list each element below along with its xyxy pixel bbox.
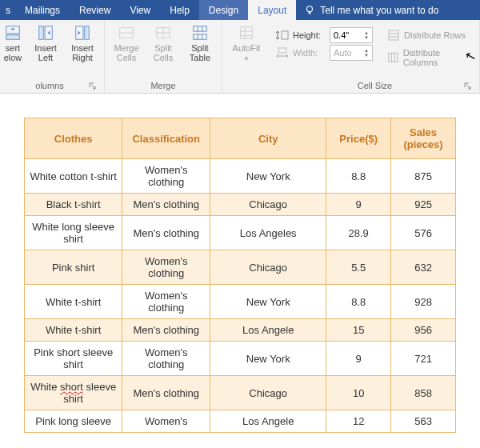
table-cell[interactable]: 858 [391,376,456,410]
table-cell[interactable]: 5.5 [326,250,391,285]
height-label: Height: [293,30,326,40]
table-cell[interactable]: 925 [391,194,456,216]
tab-design[interactable]: Design [199,0,248,20]
table-cell[interactable]: Chicago [210,250,326,285]
table-cell[interactable]: 9 [326,342,391,376]
insert-right-icon [74,24,91,42]
table-cell[interactable]: 576 [391,216,456,250]
ribbon-tabs: s Mailings Review View Help Design Layou… [0,0,480,20]
table-cell[interactable]: New York [210,342,326,376]
tab-help[interactable]: Help [160,0,199,20]
tab-mailings[interactable]: Mailings [15,0,70,20]
table-row[interactable]: Pink long sleeveWomen'sLos Angele12563 [25,410,456,433]
table-cell[interactable]: 8.8 [326,285,391,319]
table-cell[interactable]: White short sleeve shirt [25,376,122,410]
spinner-icon[interactable]: ▲▼ [364,30,369,40]
table-cell[interactable]: Pink short sleeve shirt [25,342,122,376]
table-cell[interactable]: Los Angele [210,319,326,342]
table-cell[interactable]: Men's clothing [122,216,210,250]
table-cell[interactable]: Pink shirt [25,250,122,285]
split-table-button[interactable]: SplitTable [183,22,217,64]
table-row[interactable]: Pink short sleeve shirtWomen's clothingN… [25,342,456,376]
col-price[interactable]: Price($) [326,118,391,159]
autofit-button: AutoFit▼ [227,22,266,66]
table-cell[interactable]: Los Angeles [210,216,326,250]
table-cell[interactable]: 9 [326,194,391,216]
col-sales[interactable]: Sales (pieces) [391,118,456,159]
table-cell[interactable]: Black t-shirt [25,194,122,216]
insert-left-icon [37,24,54,42]
table-cell[interactable]: White t-shirt [25,319,122,342]
tab-review[interactable]: Review [70,0,120,20]
table-header-row: Clothes Classification City Price($) Sal… [25,118,456,159]
svg-rect-3 [6,35,20,40]
table-row[interactable]: White cotton t-shirtWomen's clothingNew … [25,159,456,194]
data-table[interactable]: Clothes Classification City Price($) Sal… [24,118,456,433]
table-cell[interactable]: New York [210,285,326,319]
table-cell[interactable]: Pink long sleeve [25,410,122,433]
table-row[interactable]: White t-shirtWomen's clothingNew York8.8… [25,285,456,319]
table-cell[interactable]: 928 [391,285,456,319]
height-input[interactable]: 0.4"▲▼ [330,27,373,43]
table-cell[interactable]: New York [210,159,326,194]
svg-rect-13 [194,26,207,31]
table-cell[interactable]: Women's clothing [122,250,210,285]
split-cells-button: SplitCells [146,22,180,64]
table-row[interactable]: White t-shirtMen's clothingLos Angele159… [25,319,456,342]
table-cell[interactable]: 28.9 [326,216,391,250]
distribute-rows-button[interactable]: Distribute Rows [384,27,474,43]
table-row[interactable]: Black t-shirtMen's clothingChicago9925 [25,194,456,216]
tab-layout[interactable]: Layout [248,0,296,20]
tab-view[interactable]: View [120,0,160,20]
table-cell[interactable]: 8.8 [326,159,391,194]
group-label-merge: Merge [110,79,217,93]
tell-me-label: Tell me what you want to do [320,5,438,16]
table-row[interactable]: Pink shirtWomen's clothingChicago5.5632 [25,250,456,285]
distribute-columns-icon [387,51,399,64]
table-cell[interactable]: 12 [326,410,391,433]
table-cell[interactable]: 10 [326,376,391,410]
table-cell[interactable]: White t-shirt [25,285,122,319]
table-cell[interactable]: Men's clothing [122,376,210,410]
table-cell[interactable]: 563 [391,410,456,433]
table-cell[interactable]: Los Angele [210,410,326,433]
group-rows-columns: sertelow InsertLeft InsertRight olumns [0,20,105,93]
spinner-icon[interactable]: ▲▼ [364,48,369,58]
table-cell[interactable]: Men's clothing [122,194,210,216]
table-cell[interactable]: Women's clothing [122,285,210,319]
svg-rect-14 [194,34,207,39]
insert-left-button[interactable]: InsertLeft [29,22,62,64]
width-row: Width: Auto▲▼ [275,45,373,61]
col-classification[interactable]: Classification [122,118,210,159]
col-city[interactable]: City [210,118,326,159]
table-cell[interactable]: 632 [391,250,456,285]
table-cell[interactable]: White cotton t-shirt [25,159,122,194]
table-cell[interactable]: White long sleeve shirt [25,216,122,250]
table-cell[interactable]: 956 [391,319,456,342]
col-clothes[interactable]: Clothes [25,118,122,159]
svg-rect-25 [389,30,398,40]
table-cell[interactable]: Women's clothing [122,159,210,194]
distribute-columns-button[interactable]: Distribute Columns [384,46,474,69]
merge-cells-icon [118,24,135,42]
table-row[interactable]: White long sleeve shirtMen's clothingLos… [25,216,456,250]
dialog-launcher-icon[interactable] [88,82,98,91]
tell-me-search[interactable]: Tell me what you want to do [296,0,446,20]
table-cell[interactable]: Women's [122,410,210,433]
dialog-launcher-icon[interactable] [463,82,473,91]
table-cell[interactable]: 15 [326,319,391,342]
table-cell[interactable]: Chicago [210,194,326,216]
tab-partial[interactable]: s [5,0,15,20]
group-label-cellsize: Cell Size [275,79,474,93]
table-cell[interactable]: Chicago [210,376,326,410]
table-cell[interactable]: 875 [391,159,456,194]
table-cell[interactable]: Men's clothing [122,319,210,342]
table-cell[interactable]: 721 [391,342,456,376]
insert-below-button[interactable]: sertelow [0,22,26,64]
width-input[interactable]: Auto▲▼ [330,45,373,61]
table-row[interactable]: White short sleeve shirtMen's clothingCh… [25,376,456,410]
insert-right-button[interactable]: InsertRight [66,22,99,64]
svg-rect-5 [39,26,44,40]
table-cell[interactable]: Women's clothing [122,342,210,376]
ribbon-body: sertelow InsertLeft InsertRight olumns M… [0,20,480,94]
